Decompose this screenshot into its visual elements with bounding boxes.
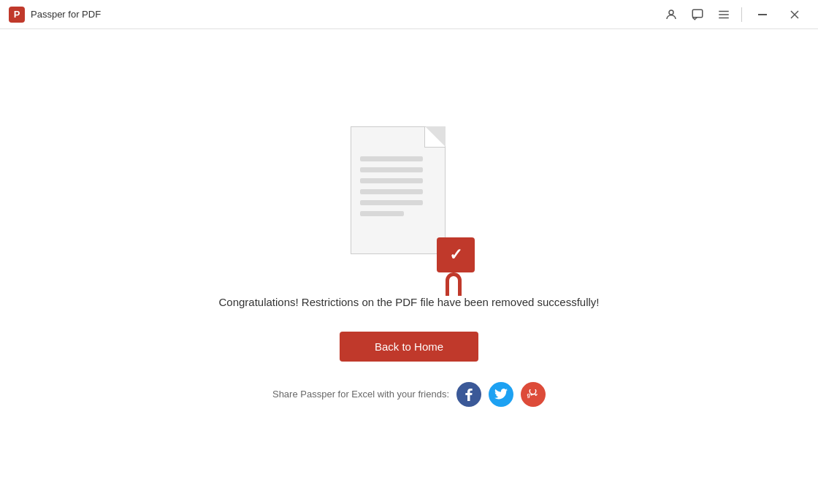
minimize-button[interactable]: [748, 3, 777, 26]
title-bar: P Passper for PDF: [0, 0, 818, 29]
checkmark-icon: ✓: [449, 245, 462, 264]
pdf-line-2: [360, 167, 423, 172]
pdf-line-5: [360, 200, 423, 205]
main-content: ✓ Congratulations! Restrictions on the P…: [0, 29, 818, 504]
title-bar-right: [660, 3, 809, 26]
lock-shackle: [446, 272, 462, 296]
pdf-line-4: [360, 189, 423, 194]
pdf-corner: [424, 127, 445, 148]
pdf-line-6: [360, 211, 404, 216]
app-logo: P: [9, 7, 25, 23]
lock-body: ✓: [437, 237, 475, 272]
app-title: Passper for PDF: [31, 9, 101, 20]
svg-rect-1: [692, 9, 703, 18]
pdf-document: [351, 126, 446, 254]
close-button[interactable]: [780, 3, 809, 26]
share-label: Share Passper for Excel with your friend…: [272, 389, 449, 400]
chat-icon[interactable]: [686, 3, 709, 26]
svg-point-0: [669, 10, 673, 15]
pdf-content-lines: [360, 156, 423, 216]
svg-rect-5: [758, 14, 767, 15]
separator: [741, 7, 742, 22]
pdf-line-1: [360, 156, 423, 161]
share-row: Share Passper for Excel with your friend…: [272, 382, 546, 407]
back-to-home-button[interactable]: Back to Home: [340, 332, 478, 362]
success-message: Congratulations! Restrictions on the PDF…: [218, 294, 599, 311]
svg-text:g+: g+: [527, 392, 533, 398]
success-illustration: ✓: [343, 126, 475, 272]
google-share-button[interactable]: g+: [521, 382, 546, 407]
title-bar-left: P Passper for PDF: [9, 7, 101, 23]
facebook-share-button[interactable]: [456, 382, 481, 407]
pdf-line-3: [360, 178, 423, 183]
twitter-share-button[interactable]: [489, 382, 513, 407]
logo-letter: P: [14, 9, 20, 20]
pdf-body: [351, 126, 446, 254]
user-icon[interactable]: [660, 3, 683, 26]
menu-icon[interactable]: [712, 3, 735, 26]
